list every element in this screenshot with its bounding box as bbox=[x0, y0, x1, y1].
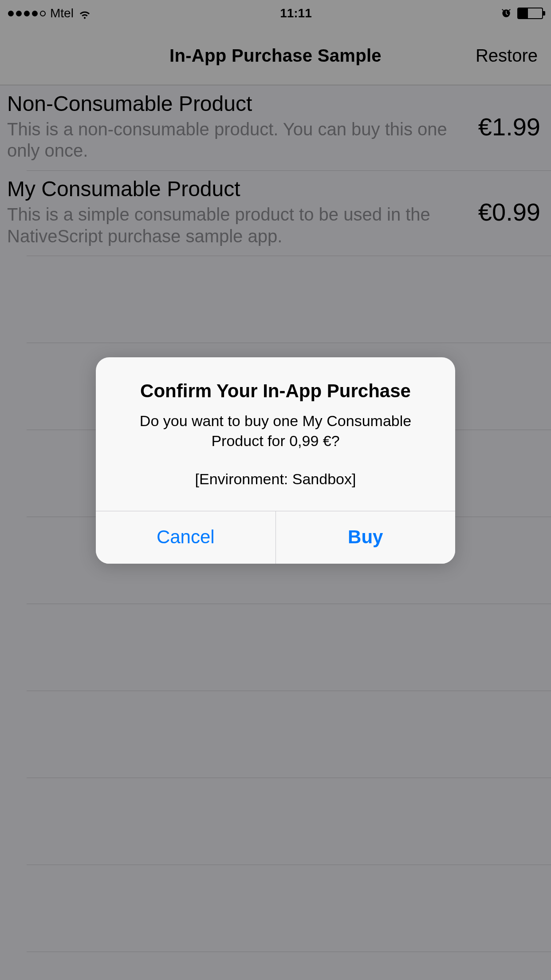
buy-button[interactable]: Buy bbox=[276, 511, 456, 564]
alert-message: Do you want to buy one My Consumable Pro… bbox=[114, 411, 437, 490]
purchase-confirm-alert: Confirm Your In-App Purchase Do you want… bbox=[96, 357, 455, 564]
alert-environment: [Environment: Sandbox] bbox=[114, 469, 437, 490]
alert-title: Confirm Your In-App Purchase bbox=[114, 379, 437, 403]
alert-message-text: Do you want to buy one My Consumable Pro… bbox=[140, 412, 411, 450]
cancel-button[interactable]: Cancel bbox=[96, 511, 276, 564]
